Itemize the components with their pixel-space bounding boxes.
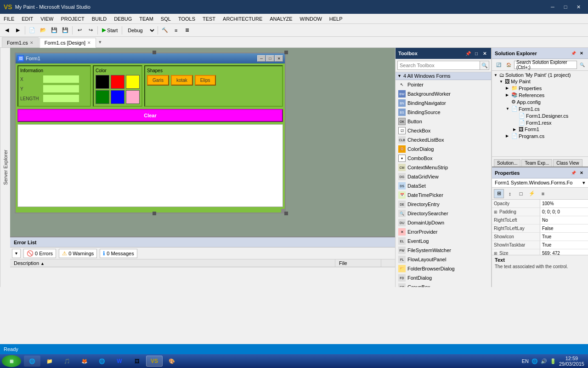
prop-value-opacity[interactable]: 100% [540,200,588,207]
taskbar-app-firefox[interactable]: 🦊 [76,356,93,367]
color-swatch-yellow[interactable] [126,75,140,89]
menu-test[interactable]: TEST [199,15,219,23]
error-count-btn[interactable]: 🚫 0 Errors [23,249,56,258]
tree-solution[interactable]: ▼ 🗂 Solution 'My Paint' (1 project) [493,72,587,78]
menu-analyze[interactable]: ANALYZE [266,15,296,23]
toolbox-close-btn[interactable]: ✕ [481,50,488,57]
minimize-button[interactable]: ─ [547,2,559,12]
start-button[interactable]: ▶ Start [100,25,120,35]
toolbox-item-colordialog[interactable]: 🎨 ColorDialog [396,144,491,154]
field-length-input[interactable] [43,94,79,103]
menu-team[interactable]: TEAM [136,15,157,23]
sel-handle-top[interactable] [153,51,156,54]
config-dropdown[interactable]: Debug Release [124,25,156,35]
prop-value-showicon[interactable]: True [540,233,588,241]
tree-form1cs[interactable]: ▼ 📄 Form1.cs [493,105,587,112]
toolbox-item-datagridview[interactable]: DG DataGridView [396,172,491,181]
toolbox-item-directoryentry[interactable]: DE DirectoryEntry [396,200,491,209]
props-alphabetical-btn[interactable]: ↕ [505,189,515,198]
prop-expand-size[interactable]: ⊞ [494,251,499,255]
toolbox-search-icon[interactable]: 🔍 [480,61,489,70]
error-filter-dropdown[interactable]: ▾ [12,249,21,258]
taskbar-app-paint[interactable]: 🎨 [164,356,180,367]
props-object-selector[interactable]: Form1 System.Windows.Forms.Fo ▾ [492,178,588,188]
menu-architecture[interactable]: ARCHITECTURE [219,15,266,23]
toolbox-item-errorprovider[interactable]: ✕ ErrorProvider [396,227,491,236]
sel-handle-top-right[interactable] [284,51,288,54]
tab-form1cs-close[interactable]: ✕ [30,40,34,45]
color-swatch-pink[interactable] [126,90,140,104]
form-minimize-btn[interactable]: ─ [257,55,266,62]
color-swatch-green[interactable] [96,90,109,104]
field-x-input[interactable] [43,75,79,83]
toolbox-item-contextmenu[interactable]: CM ContextMenuStrip [396,163,491,172]
props-pin-btn[interactable]: 📌 [570,169,577,177]
form-close-btn[interactable]: ✕ [275,55,283,62]
props-pages-btn[interactable]: ≡ [538,189,548,198]
prop-value-rtll[interactable]: False [540,224,588,232]
toolbox-item-datetimepicker[interactable]: 📅 DateTimePicker [396,190,491,200]
se-search-icon[interactable]: 🔍 [578,61,586,69]
shape-elips-btn[interactable]: Elips [195,75,216,86]
sel-handle-right[interactable] [284,212,288,215]
toolbar-align2-btn[interactable]: ≣ [182,25,192,35]
tree-form1resx[interactable]: 📄 Form1.resx [493,119,587,126]
se-tab-classview[interactable]: Class View [553,159,582,167]
menu-project[interactable]: PROJECT [57,15,88,23]
shape-kotak-btn[interactable]: kotak [171,75,193,86]
toolbar-back-btn[interactable]: ◀ [2,25,12,35]
color-swatch-blue[interactable] [111,90,124,104]
menu-file[interactable]: FILE [0,15,18,23]
menu-edit[interactable]: EDIT [18,15,37,23]
taskbar-app-vs[interactable]: VS [146,356,163,367]
toolbox-item-domainupdown[interactable]: DU DomainUpDown [396,218,491,227]
toolbar-saveall-btn[interactable]: 💾 [60,25,70,35]
taskbar-app-word[interactable]: W [111,356,128,367]
se-close-btn[interactable]: ✕ [578,50,585,57]
color-swatch-black[interactable] [96,75,109,89]
se-tab-solution[interactable]: Solution... [494,159,520,167]
tab-overflow-btn[interactable]: ▾ [97,39,103,45]
taskbar-app-explorer[interactable]: 📁 [41,356,58,367]
tree-form1designer[interactable]: 📄 Form1.Designer.cs [493,112,587,119]
toolbox-search-input[interactable] [397,61,480,70]
tree-programcs[interactable]: ▶ 📄 Program.cs [493,132,587,139]
taskbar-app-photos[interactable]: 🖼 [129,356,145,367]
toolbar-align-btn[interactable]: ≡ [171,25,181,35]
tree-project[interactable]: ▼ 🖼 My Paint [493,78,587,85]
menu-sql[interactable]: SQL [157,15,175,23]
col-extra[interactable] [381,259,395,267]
toolbar-undo-btn[interactable]: ↩ [74,25,85,35]
prop-expand-padding[interactable]: ⊞ [494,210,499,214]
server-explorer-tab[interactable]: Server Explorer [0,48,10,287]
taskbar-start-btn[interactable]: ⊞ [2,355,21,367]
toolbox-item-directorysearcher[interactable]: 🔍 DirectorySearcher [396,209,491,218]
toolbox-item-flowlayoutpanel[interactable]: FL FlowLayoutPanel [396,255,491,264]
props-categorized-btn[interactable]: ⊞ [494,189,504,198]
prop-value-size[interactable]: 569; 472 [540,249,588,255]
toolbox-section-header[interactable]: ▼ 4 All Windows Forms [396,72,491,80]
toolbox-item-checkbox[interactable]: ☑ CheckBox [396,126,491,135]
menu-help[interactable]: HELP [326,15,346,23]
toolbox-item-bgworker[interactable]: BW BackgroundWorker [396,89,491,98]
menu-view[interactable]: VIEW [37,15,57,23]
toolbar-build-btn[interactable]: 🔨 [160,25,170,35]
toolbox-item-fontdialog[interactable]: FD FontDialog [396,273,491,282]
form-maximize-btn[interactable]: □ [266,55,274,62]
props-close-btn[interactable]: ✕ [578,169,585,177]
menu-debug[interactable]: DEBUG [110,15,136,23]
toolbox-item-filesystemwatcher[interactable]: FW FileSystemWatcher [396,246,491,255]
tab-form1cs-design-close[interactable]: ✕ [87,40,91,45]
se-pin-btn[interactable]: 📌 [570,50,577,57]
se-refresh-btn[interactable]: 🔄 [494,61,503,69]
toolbar-fwd-btn[interactable]: ▶ [13,25,23,35]
warning-count-btn[interactable]: ⚠ 0 Warnings [59,249,97,258]
color-swatch-red[interactable] [111,75,124,89]
toolbar-redo-btn[interactable]: ↪ [85,25,96,35]
taskbar-app-media[interactable]: 🎵 [59,356,75,367]
toolbox-item-bindnav[interactable]: BN BindingNavigator [396,98,491,108]
tree-appconfig[interactable]: ⚙ App.config [493,98,587,105]
prop-value-righttoleft[interactable]: No [540,216,588,224]
toolbox-item-combobox[interactable]: ▾ ComboBox [396,154,491,163]
clear-button[interactable]: Clear [17,109,283,122]
